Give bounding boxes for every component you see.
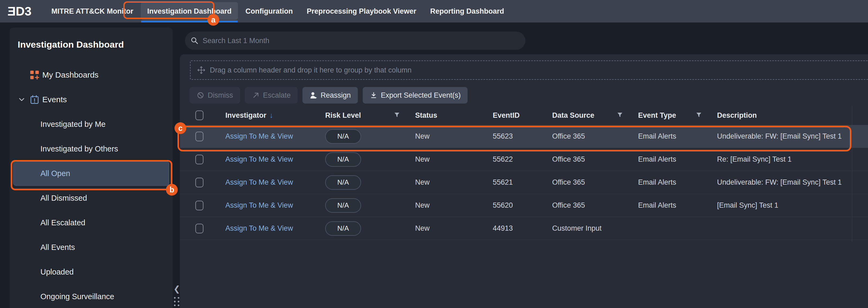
- data-source-cell: Office 365: [552, 178, 638, 186]
- row-checkbox[interactable]: [195, 201, 204, 210]
- filter-icon[interactable]: [394, 112, 400, 119]
- status-cell: New: [415, 155, 493, 163]
- status-cell: New: [415, 178, 493, 186]
- topbar-tab-label: Reporting Dashboard: [430, 7, 504, 16]
- sidebar-item-label: Investigated by Others: [40, 145, 118, 153]
- calendar-alert-icon: [30, 95, 40, 104]
- topbar-tab-label: Preprocessing Playbook Viewer: [307, 7, 416, 16]
- reassign-button[interactable]: Reassign: [303, 87, 358, 103]
- column-label: Status: [415, 111, 437, 120]
- table-row[interactable]: Assign To Me & View N/A New 55620 Office…: [180, 194, 868, 217]
- dismiss-icon: [196, 91, 205, 99]
- row-checkbox-cell: [180, 132, 225, 141]
- move-icon: [197, 66, 206, 74]
- topbar-tab[interactable]: Reporting Dashboard: [423, 0, 511, 23]
- table-row[interactable]: Assign To Me & View N/A New 55622 Office…: [180, 148, 868, 171]
- dismiss-button[interactable]: Dismiss: [189, 87, 240, 103]
- event-id-cell: 55621: [493, 178, 552, 186]
- select-all-checkbox[interactable]: [195, 111, 204, 120]
- row-checkbox[interactable]: [195, 155, 204, 164]
- event-type-cell: Email Alerts: [638, 132, 717, 141]
- row-checkbox-cell: [180, 178, 225, 187]
- export-button[interactable]: Export Selected Event(s): [363, 87, 468, 103]
- column-header-status[interactable]: Status: [415, 111, 493, 120]
- investigator-cell: Assign To Me & View: [225, 155, 325, 163]
- topbar-tab[interactable]: Configuration: [239, 0, 300, 23]
- sidebar-item[interactable]: All Escalated: [13, 210, 169, 235]
- events-grid-panel: Drag a column header and drop it here to…: [180, 54, 868, 308]
- search-bar: [185, 32, 525, 50]
- risk-level-cell: N/A: [325, 221, 415, 236]
- assign-to-me-link[interactable]: Assign To Me & View: [225, 132, 293, 141]
- assign-to-me-link[interactable]: Assign To Me & View: [225, 201, 293, 210]
- investigator-cell: Assign To Me & View: [225, 201, 325, 210]
- search-input[interactable]: [203, 37, 520, 45]
- sidebar-group-events[interactable]: Events: [10, 87, 173, 112]
- escalate-button[interactable]: Escalate: [245, 87, 298, 103]
- risk-level-badge: N/A: [325, 129, 361, 144]
- row-checkbox[interactable]: [195, 224, 204, 233]
- sidebar-item-my-dashboards[interactable]: My Dashboards: [10, 63, 173, 87]
- pinned-column-divider: [852, 106, 852, 242]
- column-header-investigator[interactable]: Investigator ↓: [225, 111, 325, 120]
- reassign-label: Reassign: [321, 91, 351, 99]
- column-header-data-source[interactable]: Data Source: [552, 111, 638, 120]
- select-all-cell: [180, 111, 225, 120]
- sidebar-item[interactable]: Ongoing Surveillance: [13, 284, 169, 308]
- group-by-drop-zone[interactable]: Drag a column header and drop it here to…: [190, 60, 868, 80]
- row-checkbox[interactable]: [195, 178, 204, 187]
- table-row[interactable]: Assign To Me & View N/A New 55623 Office…: [180, 125, 868, 148]
- row-checkbox-cell: [180, 224, 225, 233]
- filter-icon[interactable]: [695, 112, 702, 119]
- sidebar-item[interactable]: Investigated by Me: [13, 112, 169, 136]
- column-header-event-type[interactable]: Event Type: [638, 111, 717, 120]
- row-checkbox[interactable]: [195, 132, 204, 141]
- risk-level-badge: N/A: [325, 221, 361, 236]
- row-checkbox-cell: [180, 201, 225, 210]
- description-cell: [Email Sync] Test 1: [717, 201, 868, 210]
- assign-to-me-link[interactable]: Assign To Me & View: [225, 155, 293, 163]
- column-label: Data Source: [552, 111, 594, 120]
- topbar-tab[interactable]: Investigation Dashboard: [140, 0, 239, 23]
- sidebar-item-label: All Events: [40, 243, 75, 252]
- column-header-description[interactable]: Description: [717, 111, 868, 120]
- grid-toolbar: Dismiss Escalate Reassign Export Selec: [189, 87, 468, 103]
- column-label: Event Type: [638, 111, 676, 120]
- table-body: Assign To Me & View N/A New 55623 Office…: [180, 125, 868, 240]
- sidebar-item[interactable]: Uploaded: [13, 259, 169, 284]
- table-row[interactable]: Assign To Me & View N/A New 55621 Office…: [180, 171, 868, 194]
- sidebar-title: Investigation Dashboard: [10, 28, 173, 63]
- risk-level-badge: N/A: [325, 198, 361, 213]
- topbar-tab[interactable]: MITRE ATT&CK Monitor: [44, 0, 140, 23]
- data-source-cell: Office 365: [552, 132, 638, 141]
- table-row[interactable]: Assign To Me & View N/A New 44913 Custom…: [180, 217, 868, 240]
- description-cell: Undeliverable: FW: [Email Sync] Test 1: [717, 178, 868, 186]
- data-source-cell: Office 365: [552, 201, 638, 210]
- sidebar-item-label: All Escalated: [40, 218, 85, 227]
- column-label: Description: [717, 111, 757, 120]
- reassign-icon: [309, 91, 317, 99]
- d3-logo: ƎD3: [7, 4, 42, 19]
- sidebar-collapse-chevron-icon[interactable]: ❮: [174, 284, 180, 294]
- column-header-risk-level[interactable]: Risk Level: [325, 111, 415, 120]
- column-header-event-id[interactable]: EventID: [493, 111, 552, 120]
- sidebar-item[interactable]: Investigated by Others: [13, 136, 169, 161]
- filter-icon[interactable]: [616, 112, 623, 119]
- assign-to-me-link[interactable]: Assign To Me & View: [225, 178, 293, 186]
- table-header-row: Investigator ↓ Risk Level Status EventID…: [180, 106, 868, 125]
- topbar-tab[interactable]: Preprocessing Playbook Viewer: [300, 0, 423, 23]
- status-cell: New: [415, 224, 493, 233]
- status-cell: New: [415, 132, 493, 141]
- sidebar-resize-handle[interactable]: [174, 297, 179, 306]
- export-download-icon: [370, 91, 378, 99]
- sort-descending-icon: ↓: [270, 111, 273, 120]
- sidebar-item[interactable]: All Events: [13, 235, 169, 259]
- topbar-tab-label: MITRE ATT&CK Monitor: [52, 7, 133, 16]
- chevron-down-icon: [18, 95, 30, 103]
- sidebar-item-label: My Dashboards: [42, 70, 98, 80]
- assign-to-me-link[interactable]: Assign To Me & View: [225, 224, 293, 233]
- sidebar-item[interactable]: All Open: [13, 161, 169, 186]
- column-label: Investigator: [225, 111, 266, 120]
- event-id-cell: 55620: [493, 201, 552, 210]
- sidebar-item[interactable]: All Dismissed: [13, 186, 169, 210]
